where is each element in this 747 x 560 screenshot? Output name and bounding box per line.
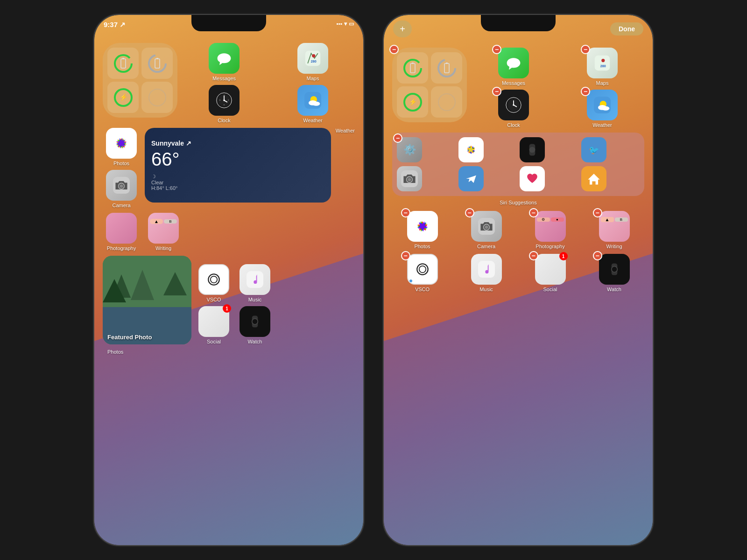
clock-app-edit[interactable]: − Clock xyxy=(495,90,532,128)
svg-point-0 xyxy=(115,55,132,72)
status-time: 9:37 ↗ xyxy=(104,21,126,29)
messages-icon xyxy=(209,43,240,74)
camera-app[interactable]: Camera xyxy=(103,170,140,208)
batteries-widget-edit[interactable]: − xyxy=(392,48,467,122)
messages-label: Messages xyxy=(212,76,236,81)
messages-icon-edit xyxy=(498,48,529,78)
camera-minus-button[interactable]: − xyxy=(465,208,474,217)
svg-text:280: 280 xyxy=(311,59,317,63)
writing-app-edit[interactable]: − ▲ B Writing xyxy=(596,211,633,249)
music-app[interactable]: Music xyxy=(236,264,274,302)
svg-rect-83 xyxy=(478,261,495,278)
writing-app[interactable]: ▲ B Writing xyxy=(145,213,182,251)
maps-app[interactable]: 280 Maps xyxy=(294,43,331,81)
photos-label: Photos xyxy=(113,161,129,166)
maps-icon-edit: 280 xyxy=(587,48,618,78)
photos-minus-button[interactable]: − xyxy=(401,208,410,217)
svg-rect-2 xyxy=(122,58,124,59)
batteries-minus-button[interactable]: − xyxy=(389,45,399,54)
maps-label-edit: Maps xyxy=(596,80,609,86)
add-widget-button[interactable]: + xyxy=(393,21,412,37)
done-button[interactable]: Done xyxy=(610,22,643,35)
svg-text:⚡: ⚡ xyxy=(409,98,417,106)
vsco-minus-button[interactable]: − xyxy=(401,251,410,260)
notch xyxy=(191,15,266,31)
music-label-edit: Music xyxy=(479,287,493,292)
writing-folder-icon-edit: ▲ B xyxy=(599,211,630,242)
watch-app-edit[interactable]: − Watch xyxy=(596,254,633,292)
maps-app-edit[interactable]: − 280 Maps xyxy=(584,48,621,86)
social-app[interactable]: 1 Social xyxy=(195,306,233,344)
clock-app[interactable]: 12 3 6 9 Clock xyxy=(205,85,243,123)
photos-app[interactable]: Photos xyxy=(103,128,140,166)
svg-point-59 xyxy=(513,104,514,106)
svg-rect-9 xyxy=(305,51,320,66)
svg-rect-4 xyxy=(155,59,160,68)
photos-label-edit: Photos xyxy=(414,244,430,249)
photos-app-edit[interactable]: − xyxy=(404,211,441,249)
svg-point-43 xyxy=(404,60,421,77)
music-app-edit[interactable]: Music xyxy=(468,254,505,292)
home-folder-app xyxy=(581,166,606,191)
siri-folder-content: ⚙️ xyxy=(392,133,644,196)
photography-label: Photography xyxy=(107,245,136,251)
battery-cell-2 xyxy=(141,48,173,79)
vsco-app-edit[interactable]: − VSCO xyxy=(404,254,441,292)
maps-icon: 280 xyxy=(297,43,328,74)
svg-point-79 xyxy=(485,225,488,229)
social-minus-button[interactable]: − xyxy=(529,251,538,260)
vsco-icon-edit xyxy=(407,254,438,285)
phone-edit: + Done − xyxy=(383,14,654,546)
svg-point-72 xyxy=(408,178,411,181)
watchface-folder-app xyxy=(520,137,545,162)
vsco-app[interactable]: VSCO xyxy=(195,264,233,302)
social-app-edit[interactable]: − 1 Social xyxy=(532,254,569,292)
messages-app[interactable]: Messages xyxy=(205,43,243,81)
weather-condition: Clear xyxy=(151,180,324,185)
photography-app[interactable]: Photography xyxy=(103,213,140,251)
clock-minus-button[interactable]: − xyxy=(492,87,501,96)
writing-minus-button[interactable]: − xyxy=(593,208,602,217)
social-label: Social xyxy=(207,339,221,344)
featured-photo-label: Featured Photo xyxy=(107,334,152,341)
twitter-folder-app: 🐦 xyxy=(581,137,606,162)
svg-point-67 xyxy=(529,147,536,153)
watch-app[interactable]: Watch xyxy=(236,306,274,344)
watch-icon xyxy=(240,306,270,337)
clock-icon: 12 3 6 9 xyxy=(209,85,240,116)
photography-app-edit[interactable]: − ⚙ ● Photography xyxy=(532,211,569,249)
battery-cell-4 xyxy=(141,82,173,113)
svg-point-10 xyxy=(312,54,315,57)
maps-minus-button[interactable]: − xyxy=(581,45,590,54)
siri-suggestions-folder[interactable]: − ⚙️ xyxy=(392,133,644,206)
photography-minus-button[interactable]: − xyxy=(529,208,538,217)
notch-edit xyxy=(481,15,556,31)
social-folder-icon-edit: 1 xyxy=(535,254,566,285)
batteries-widget[interactable]: ⚡ xyxy=(103,43,177,118)
featured-photo-widget[interactable]: Featured Photo xyxy=(103,256,191,344)
vsco-icon xyxy=(198,264,229,295)
battery-cell-edit-3: ⚡ xyxy=(397,86,428,118)
weather-label-edit: Weather xyxy=(592,122,612,128)
weather-minus-button[interactable]: − xyxy=(581,87,590,96)
svg-rect-5 xyxy=(156,58,158,59)
svg-point-87 xyxy=(612,267,617,272)
messages-minus-button[interactable]: − xyxy=(492,45,501,54)
camera-app-edit[interactable]: − Camera xyxy=(468,211,505,249)
battery-icon-status: ▭ xyxy=(349,21,354,27)
watch-minus-button[interactable]: − xyxy=(593,251,602,260)
messages-label-edit: Messages xyxy=(502,80,525,86)
signal-icon: ▪▪▪ xyxy=(336,21,342,27)
writing-label-edit: Writing xyxy=(606,244,622,249)
social-badge-edit: 1 xyxy=(559,252,568,260)
siri-minus-button[interactable]: − xyxy=(393,133,402,143)
health-folder-app xyxy=(520,166,545,191)
status-icons: ▪▪▪ ▾ ▭ xyxy=(336,21,354,27)
weather-app-edit[interactable]: − Weather xyxy=(584,90,621,128)
weather-widget[interactable]: Sunnyvale ↗ 66° ☽ Clear H:84° L:60° xyxy=(145,128,331,203)
weather-app-icon[interactable]: Weather xyxy=(294,85,331,123)
messages-app-edit[interactable]: − Messages xyxy=(495,48,532,86)
clock-label-edit: Clock xyxy=(507,122,520,128)
music-icon xyxy=(240,264,270,295)
social-folder-icon: 1 xyxy=(198,306,229,337)
